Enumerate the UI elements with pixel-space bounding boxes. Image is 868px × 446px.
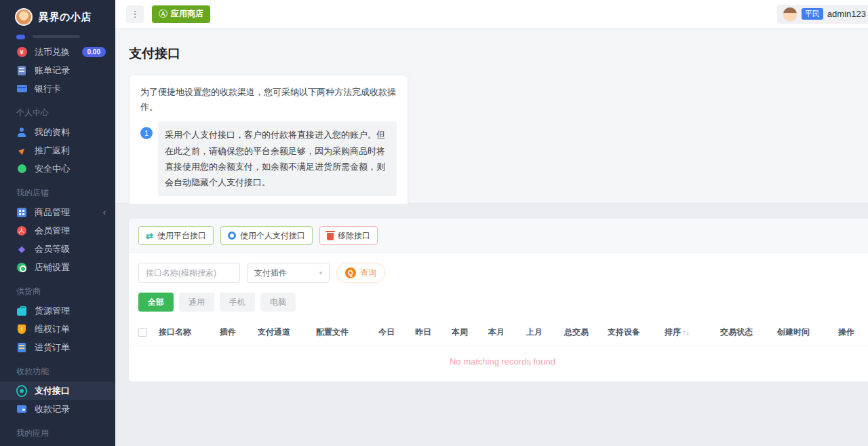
sidebar-item-collection-records[interactable]: 收款记录 bbox=[0, 400, 115, 418]
briefcase-icon bbox=[16, 305, 27, 316]
sidebar-item-label: 商品管理 bbox=[35, 206, 70, 219]
col-supported-devices: 支持设备 bbox=[608, 327, 665, 338]
remove-interface-button[interactable]: 移除接口 bbox=[319, 226, 378, 245]
clipped-item-label bbox=[33, 35, 80, 38]
sidebar-item-rights-orders[interactable]: 维权订单 bbox=[0, 320, 115, 338]
chevron-left-icon[interactable]: ‹ bbox=[103, 207, 106, 217]
sidebar-section-personal: 个人中心 bbox=[0, 98, 115, 123]
use-platform-interface-button[interactable]: ⇄ 使用平台接口 bbox=[138, 226, 214, 245]
trash-icon bbox=[327, 233, 334, 240]
person-icon bbox=[16, 127, 27, 138]
tab-desktop[interactable]: 电脑 bbox=[260, 293, 296, 312]
brand-name: 異界の小店 bbox=[39, 11, 92, 24]
diamond-icon bbox=[16, 244, 27, 255]
sidebar-item-fiat-exchange[interactable]: 法币兑换 0.00 bbox=[0, 43, 115, 61]
sidebar-item-bank-card[interactable]: 银行卡 bbox=[0, 79, 115, 98]
bank-card-icon bbox=[16, 83, 27, 94]
grid-icon bbox=[16, 207, 27, 218]
sidebar-item-label: 账单记录 bbox=[35, 64, 70, 77]
clipped-item-icon bbox=[16, 35, 25, 39]
interface-name-input[interactable] bbox=[138, 263, 240, 283]
col-transaction-status: 交易状态 bbox=[720, 327, 777, 338]
use-personal-label: 使用个人支付接口 bbox=[240, 230, 305, 242]
sidebar-item-label: 我的资料 bbox=[35, 126, 70, 138]
col-plugin: 插件 bbox=[220, 327, 258, 338]
instructions-intro: 为了便捷地设置您的收款渠道，您可采纳以下两种方法完成收款操作。 bbox=[140, 85, 397, 115]
step-1-text: 采用个人支付接口，客户的付款将直接进入您的账户。但在此之前，请确保您的平台余额足… bbox=[158, 122, 397, 196]
sidebar-item-label: 银行卡 bbox=[35, 83, 61, 95]
col-yesterday: 昨日 bbox=[415, 327, 452, 338]
user-menu[interactable]: 平民 admin123 ▾ bbox=[777, 5, 868, 24]
sidebar-item-label: 支付接口 bbox=[35, 385, 70, 397]
sidebar-item-label: 维权订单 bbox=[35, 323, 70, 335]
plugin-select-value: 支付插件 bbox=[254, 267, 287, 279]
table-section: ⇄ 使用平台接口 使用个人支付接口 移除接口 支付插件 ▼ bbox=[115, 204, 868, 446]
sidebar: 異界の小店 法币兑换 0.00 账单记录 银行卡 个人中心 我的资料 推广返利 … bbox=[0, 0, 115, 446]
table-header-row: 接口名称 插件 支付通道 配置文件 今日 昨日 本周 本月 上月 总交易 支持设… bbox=[129, 320, 868, 346]
sidebar-item-label: 安全中心 bbox=[35, 163, 70, 175]
sidebar-item-label: 会员管理 bbox=[35, 225, 70, 237]
avatar bbox=[783, 7, 797, 22]
sidebar-section-collection: 收款功能 bbox=[0, 356, 115, 382]
document-icon bbox=[16, 65, 27, 76]
col-payment-channel: 支付通道 bbox=[258, 327, 316, 338]
search-button[interactable]: Q 查询 bbox=[336, 263, 385, 283]
sidebar-item-member-level[interactable]: 会员等级 bbox=[0, 240, 115, 258]
sidebar-item-supply-management[interactable]: 货源管理 bbox=[0, 301, 115, 320]
col-actions: 操作 bbox=[838, 327, 867, 338]
col-total-transactions: 总交易 bbox=[564, 327, 608, 338]
sidebar-section-supplier: 供货商 bbox=[0, 276, 115, 301]
sidebar-item-purchase-orders[interactable]: 进货订单 bbox=[0, 338, 115, 356]
use-platform-label: 使用平台接口 bbox=[157, 230, 206, 242]
sidebar-item-member-management[interactable]: 会员管理 bbox=[0, 221, 115, 240]
app-store-button[interactable]: Ⓐ 应用商店 bbox=[152, 5, 210, 23]
sidebar-item-partially-scrolled[interactable] bbox=[0, 33, 115, 43]
use-personal-interface-button[interactable]: 使用个人支付接口 bbox=[220, 226, 313, 245]
col-config-file: 配置文件 bbox=[316, 327, 378, 338]
paper-plane-icon bbox=[16, 145, 27, 156]
sidebar-item-product-management[interactable]: 商品管理 ‹ bbox=[0, 203, 115, 221]
brand-logo-icon bbox=[15, 8, 33, 26]
sidebar-item-label: 会员等级 bbox=[35, 243, 70, 255]
sidebar-item-my-profile[interactable]: 我的资料 bbox=[0, 123, 115, 141]
tab-mobile[interactable]: 手机 bbox=[220, 293, 255, 312]
step-1-badge: 1 bbox=[140, 127, 153, 139]
blue-ring-icon bbox=[228, 231, 236, 240]
device-tabs: 全部 通用 手机 电脑 bbox=[129, 293, 868, 320]
col-interface-name: 接口名称 bbox=[159, 327, 220, 338]
interface-panel: ⇄ 使用平台接口 使用个人支付接口 移除接口 支付插件 ▼ bbox=[129, 219, 868, 382]
app-store-label: 应用商店 bbox=[171, 8, 203, 20]
empty-state-message: No matching records found bbox=[129, 346, 868, 382]
col-created-time: 创建时间 bbox=[777, 327, 838, 338]
member-icon bbox=[16, 225, 27, 236]
sidebar-item-promotion-rebate[interactable]: 推广返利 bbox=[0, 141, 115, 160]
sidebar-item-bill-records[interactable]: 账单记录 bbox=[0, 61, 115, 79]
sidebar-item-label: 店铺设置 bbox=[35, 261, 70, 274]
main-content: ⋮ Ⓐ 应用商店 平民 admin123 ▾ 支付接口 为了便捷地设置您的收款渠… bbox=[115, 0, 868, 446]
select-all-checkbox[interactable] bbox=[138, 328, 147, 337]
sidebar-item-label: 法币兑换 bbox=[35, 46, 70, 58]
sidebar-item-payment-interface[interactable]: 支付接口 bbox=[0, 382, 115, 400]
tab-all[interactable]: 全部 bbox=[138, 293, 174, 312]
page-header-section: 支付接口 为了便捷地设置您的收款渠道，您可采纳以下两种方法完成收款操作。 1 采… bbox=[115, 29, 868, 204]
sort-icon[interactable]: ↑↓ bbox=[682, 328, 690, 336]
filter-row: 支付插件 ▼ Q 查询 bbox=[129, 253, 868, 293]
menu-dots-button[interactable]: ⋮ bbox=[126, 5, 144, 23]
sidebar-section-my-apps: 我的应用 bbox=[0, 418, 115, 443]
action-toolbar: ⇄ 使用平台接口 使用个人支付接口 移除接口 bbox=[129, 219, 868, 253]
balance-badge: 0.00 bbox=[82, 47, 106, 57]
tab-general[interactable]: 通用 bbox=[179, 293, 214, 312]
shield-icon bbox=[16, 324, 27, 335]
page-title: 支付接口 bbox=[129, 45, 868, 62]
brand[interactable]: 異界の小店 bbox=[0, 0, 115, 33]
col-today: 今日 bbox=[378, 327, 415, 338]
purchase-doc-icon bbox=[16, 342, 27, 353]
plugin-select[interactable]: 支付插件 ▼ bbox=[247, 263, 330, 283]
sidebar-item-security-center[interactable]: 安全中心 bbox=[0, 160, 115, 178]
col-sort: 排序↑↓ bbox=[665, 327, 720, 338]
sidebar-item-plugin-management[interactable]: 插件管理 bbox=[0, 443, 115, 446]
instruction-step-1: 1 采用个人支付接口，客户的付款将直接进入您的账户。但在此之前，请确保您的平台余… bbox=[140, 122, 397, 196]
sidebar-item-shop-settings[interactable]: 店铺设置 bbox=[0, 258, 115, 276]
exchange-icon: ⇄ bbox=[146, 231, 153, 241]
search-icon: Q bbox=[345, 267, 356, 278]
